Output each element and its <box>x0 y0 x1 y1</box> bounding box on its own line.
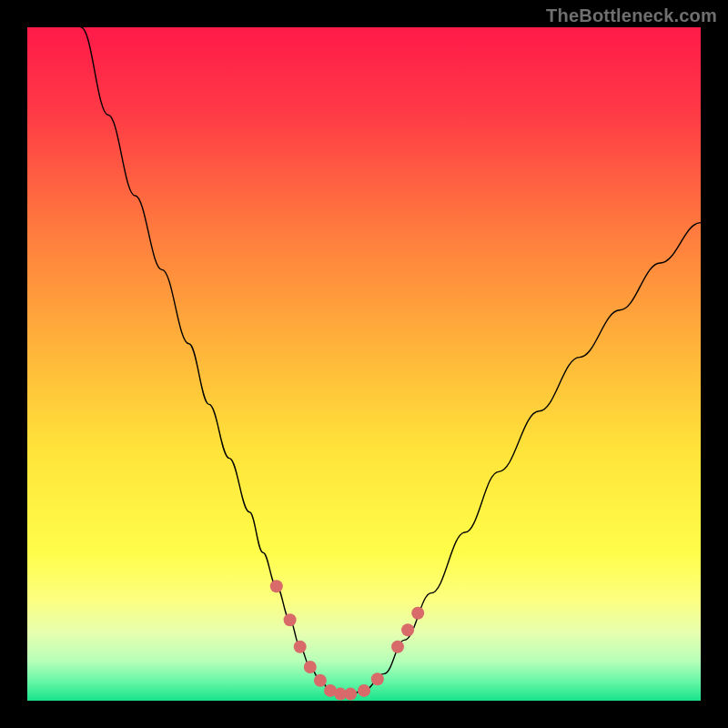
highlight-dot <box>358 684 370 697</box>
watermark-text: TheBottleneck.com <box>546 5 717 26</box>
bottleneck-chart <box>27 27 701 701</box>
highlight-dot <box>294 641 307 653</box>
highlight-dot <box>344 688 357 701</box>
highlight-dot <box>371 672 384 685</box>
highlight-dot <box>391 641 404 653</box>
highlight-dot <box>284 613 297 626</box>
gradient-background <box>27 27 701 701</box>
chart-container: TheBottleneck.com <box>0 0 728 728</box>
highlight-dot <box>314 674 327 687</box>
highlight-dot <box>401 623 414 636</box>
highlight-dot <box>304 661 317 673</box>
highlight-dot <box>411 607 424 620</box>
highlight-dot <box>270 580 283 592</box>
